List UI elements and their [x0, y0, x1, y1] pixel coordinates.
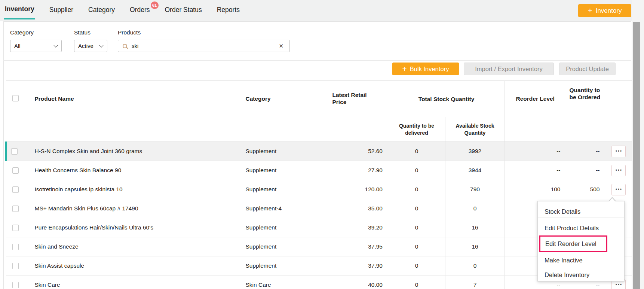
import-export-inventory-button[interactable]: Import / Export Inventory: [464, 63, 554, 75]
menu-item-stock-details[interactable]: Stock Details: [538, 206, 624, 217]
category-filter-label: Category: [10, 29, 34, 36]
menu-item-delete-inventory[interactable]: Delete Inventory: [538, 269, 624, 280]
header-product-name: Product Name: [29, 81, 240, 142]
row-checkbox[interactable]: [12, 206, 19, 212]
tab-supplier[interactable]: Supplier: [49, 0, 74, 19]
cell-price: 52.60: [330, 142, 388, 161]
cell-category: Supplement: [240, 180, 330, 199]
cell-reorder-level: --: [505, 142, 566, 161]
cell-price: 40.00: [330, 276, 388, 289]
table-row: Health Concerns Skin Balance 90 Suppleme…: [6, 161, 632, 180]
cell-qty-to-deliver: 0: [388, 142, 445, 161]
clear-search-icon[interactable]: ✕: [279, 43, 283, 49]
cell-category: Supplement: [240, 142, 330, 161]
tab-order-status[interactable]: Order Status: [164, 0, 203, 19]
cell-price: 120.00: [330, 180, 388, 199]
cell-available-stock: 790: [445, 180, 505, 199]
ellipsis-icon: •••: [616, 168, 623, 173]
cell-qty-to-deliver: 0: [388, 199, 445, 218]
row-checkbox[interactable]: [12, 225, 19, 231]
cell-product-name: Health Concerns Skin Balance 90: [29, 161, 240, 180]
orders-count-badge: 61: [151, 1, 159, 9]
cell-product-name: Skin Assist capsule: [29, 256, 240, 276]
row-actions-button-open[interactable]: •••: [611, 184, 626, 195]
row-checkbox[interactable]: [12, 244, 19, 250]
cell-price: 37.90: [330, 256, 388, 276]
row-checkbox[interactable]: [11, 148, 18, 155]
cell-product-name: Pure Encapsulations Hair/Skin/Nails Ultr…: [29, 218, 240, 237]
cell-product-name: H-S-N Complex Skin and Joint 360 grams: [29, 142, 240, 161]
cell-qty-to-order: 500: [566, 180, 605, 199]
menu-item-edit-reorder-level[interactable]: Edit Reorder Level: [539, 235, 607, 252]
cell-qty-to-order: --: [566, 142, 605, 161]
cell-qty-to-deliver: 0: [388, 256, 445, 276]
menu-item-edit-product-details[interactable]: Edit Product Details: [538, 222, 624, 234]
table-header-row: Product Name Category Latest Retail Pric…: [6, 81, 632, 117]
cell-category: Supplement: [240, 237, 330, 256]
tab-inventory[interactable]: Inventory: [4, 0, 35, 19]
subheader-available-stock-quantity: Available Stock Quantity: [445, 117, 505, 142]
select-all-checkbox[interactable]: [12, 95, 19, 101]
nav-tabs: Inventory Supplier Category Orders 61 Or…: [0, 0, 644, 19]
ellipsis-icon: •••: [616, 187, 623, 192]
cell-reorder-level: 100: [505, 180, 566, 199]
cell-price: 39.20: [330, 218, 388, 237]
plus-icon: +: [402, 65, 407, 73]
product-update-button[interactable]: Product Update: [559, 63, 616, 75]
top-navbar: Inventory Supplier Category Orders 61 Or…: [0, 0, 644, 21]
cell-qty-to-deliver: 0: [388, 218, 445, 237]
table-row: Isotretinoin capsules ip skinista 10 Sup…: [6, 180, 632, 199]
row-checkbox[interactable]: [12, 263, 19, 269]
row-actions-button[interactable]: •••: [611, 146, 626, 157]
header-total-stock-quantity: Total Stock Quantity: [388, 81, 505, 117]
vertical-scrollbar[interactable]: [632, 0, 644, 289]
cell-available-stock: 7: [445, 276, 505, 289]
header-reorder-level: Reorder Level: [505, 81, 566, 142]
products-search-box: ✕: [118, 40, 290, 52]
table-row: H-S-N Complex Skin and Joint 360 grams S…: [6, 142, 632, 161]
cell-product-name: Skin and Sneeze: [29, 237, 240, 256]
section-divider: [3, 60, 631, 61]
menu-item-make-inactive[interactable]: Make Inactive: [538, 255, 624, 266]
cell-available-stock: 0: [445, 199, 505, 218]
cell-product-name: MS+ Mandarin Skin Plus 60cap # 17490: [29, 199, 240, 218]
row-checkbox[interactable]: [12, 282, 19, 288]
row-checkbox[interactable]: [12, 167, 19, 174]
cell-price: 37.95: [330, 237, 388, 256]
bulk-inventory-label: Bulk Inventory: [410, 66, 449, 73]
cell-available-stock: 3992: [445, 142, 505, 161]
cell-price: 35.00: [330, 199, 388, 218]
header-category: Category: [240, 81, 330, 142]
cell-available-stock: 3944: [445, 161, 505, 180]
tab-category[interactable]: Category: [88, 0, 116, 19]
ellipsis-icon: •••: [616, 282, 623, 288]
cell-product-name: Skin Care: [29, 276, 240, 289]
cell-qty-to-deliver: 0: [388, 161, 445, 180]
ellipsis-icon: •••: [616, 149, 623, 154]
add-inventory-label: Inventory: [596, 7, 622, 15]
cell-reorder-level: --: [505, 161, 566, 180]
row-actions-button[interactable]: •••: [611, 165, 626, 176]
header-latest-retail-price: Latest Retail Price: [330, 81, 388, 142]
products-search-input[interactable]: [132, 43, 279, 49]
tab-orders[interactable]: Orders 61: [129, 0, 150, 19]
header-actions: [605, 81, 632, 142]
menu-caret-icon: [609, 198, 615, 201]
scrollbar-thumb[interactable]: [633, 22, 640, 289]
tab-orders-label: Orders: [130, 6, 150, 14]
products-filter-label: Products: [118, 29, 141, 36]
bulk-inventory-button[interactable]: + Bulk Inventory: [392, 63, 459, 75]
tab-reports[interactable]: Reports: [216, 0, 240, 19]
search-icon: [123, 44, 127, 48]
cell-qty-to-order: --: [566, 161, 605, 180]
menu-divider: [538, 217, 624, 218]
status-select[interactable]: Active: [74, 40, 107, 52]
add-inventory-button[interactable]: + Inventory: [578, 4, 631, 17]
header-quantity-to-be-ordered: Quantity to be Ordered: [566, 81, 605, 142]
status-select-value: Active: [78, 43, 93, 49]
category-select[interactable]: All: [10, 40, 62, 52]
cell-category: Supplement: [240, 256, 330, 276]
row-checkbox[interactable]: [12, 186, 19, 193]
cell-available-stock: 16: [445, 218, 505, 237]
category-select-value: All: [14, 43, 21, 49]
